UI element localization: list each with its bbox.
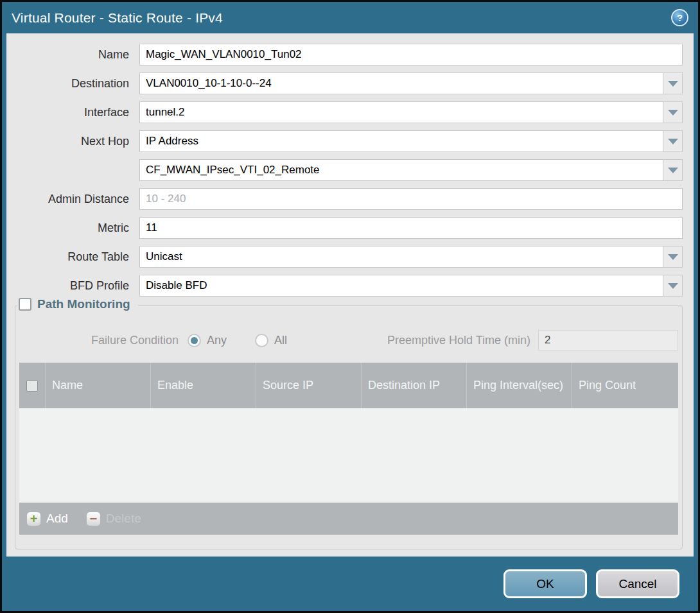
metric-input[interactable] — [139, 217, 683, 239]
failure-condition-label: Failure Condition — [19, 334, 179, 347]
interface-input[interactable] — [139, 101, 663, 123]
dialog-title: Virtual Router - Static Route - IPv4 — [12, 10, 671, 26]
bfd-profile-dropdown-button[interactable] — [663, 275, 683, 297]
metric-row: Metric — [15, 217, 683, 239]
chevron-down-icon — [668, 110, 678, 116]
chevron-down-icon — [668, 168, 678, 173]
route-table-input[interactable] — [139, 246, 663, 268]
failure-condition-all-label: All — [274, 334, 287, 347]
column-header-source-ip[interactable]: Source IP — [256, 363, 361, 408]
add-icon: + — [26, 512, 41, 526]
path-monitoring-legend: Path Monitoring — [17, 297, 138, 311]
name-row: Name — [15, 44, 683, 65]
table-toolbar: + Add − Delete — [19, 503, 678, 535]
bfd-profile-label: BFD Profile — [15, 279, 129, 293]
name-input[interactable] — [139, 44, 683, 65]
next-hop-dropdown-button[interactable] — [663, 130, 683, 152]
path-monitoring-checkbox[interactable] — [19, 298, 31, 311]
chevron-down-icon — [668, 254, 678, 260]
chevron-down-icon — [668, 283, 678, 289]
static-route-dialog: Virtual Router - Static Route - IPv4 ? N… — [0, 0, 700, 613]
next-hop-row: Next Hop — [15, 130, 683, 152]
destination-dropdown-button[interactable] — [663, 73, 683, 94]
next-hop-label: Next Hop — [15, 135, 129, 148]
column-header-destination-ip[interactable]: Destination IP — [361, 363, 466, 408]
help-icon-glyph: ? — [677, 12, 683, 23]
column-header-ping-count[interactable]: Ping Count — [572, 363, 678, 408]
plus-icon: + — [30, 512, 38, 525]
next-hop-type-input[interactable] — [139, 130, 663, 152]
preemptive-hold-time-input[interactable] — [538, 330, 678, 350]
add-button[interactable]: + Add — [26, 512, 68, 526]
preemptive-hold-time-label: Preemptive Hold Time (min) — [387, 334, 530, 347]
path-monitoring-table: Name Enable Source IP Destination IP Pin… — [19, 363, 678, 535]
cancel-button[interactable]: Cancel — [596, 569, 679, 598]
chevron-down-icon — [668, 81, 678, 87]
table-body-empty — [19, 408, 678, 503]
column-header-enable[interactable]: Enable — [150, 363, 256, 408]
delete-button-label: Delete — [106, 512, 141, 526]
column-header-name[interactable]: Name — [45, 363, 150, 408]
next-hop-address-dropdown-button[interactable] — [663, 159, 683, 181]
route-table-label: Route Table — [15, 250, 129, 264]
failure-condition-any-radio[interactable] — [188, 334, 201, 347]
ok-button[interactable]: OK — [503, 569, 587, 598]
admin-distance-row: Admin Distance — [15, 188, 683, 210]
bfd-profile-input[interactable] — [139, 275, 663, 297]
next-hop-address-input[interactable] — [139, 159, 663, 181]
delete-button[interactable]: − Delete — [86, 512, 141, 526]
admin-distance-input[interactable] — [139, 188, 683, 210]
column-header-ping-interval[interactable]: Ping Interval(sec) — [466, 363, 572, 408]
name-label: Name — [15, 48, 129, 62]
failure-condition-any-label: Any — [207, 334, 227, 347]
title-bar: Virtual Router - Static Route - IPv4 ? — [2, 2, 698, 33]
interface-label: Interface — [15, 106, 129, 119]
path-monitoring-title: Path Monitoring — [37, 297, 130, 311]
next-hop-address-row — [15, 159, 683, 181]
bfd-profile-row: BFD Profile — [15, 275, 683, 297]
chevron-down-icon — [668, 139, 678, 144]
failure-condition-all-radio[interactable] — [255, 334, 268, 347]
destination-input[interactable] — [139, 73, 663, 94]
admin-distance-label: Admin Distance — [15, 193, 129, 206]
path-monitoring-section: Path Monitoring Failure Condition Any Al… — [15, 305, 683, 549]
destination-label: Destination — [15, 77, 129, 91]
help-icon[interactable]: ? — [671, 9, 688, 26]
route-table-dropdown-button[interactable] — [663, 246, 683, 268]
metric-label: Metric — [15, 221, 129, 235]
dialog-footer: OK Cancel — [2, 557, 698, 611]
delete-icon: − — [86, 512, 101, 526]
destination-row: Destination — [15, 73, 683, 94]
table-header: Name Enable Source IP Destination IP Pin… — [19, 363, 678, 408]
route-table-row: Route Table — [15, 246, 683, 268]
minus-icon: − — [89, 513, 97, 524]
interface-row: Interface — [15, 101, 683, 123]
interface-dropdown-button[interactable] — [663, 101, 683, 123]
add-button-label: Add — [46, 512, 68, 526]
select-all-cell — [19, 363, 45, 408]
dialog-content: Name Destination Interface — [6, 33, 694, 557]
failure-condition-row: Failure Condition Any All Preemptive Hol… — [19, 330, 678, 350]
select-all-checkbox[interactable] — [26, 380, 38, 392]
